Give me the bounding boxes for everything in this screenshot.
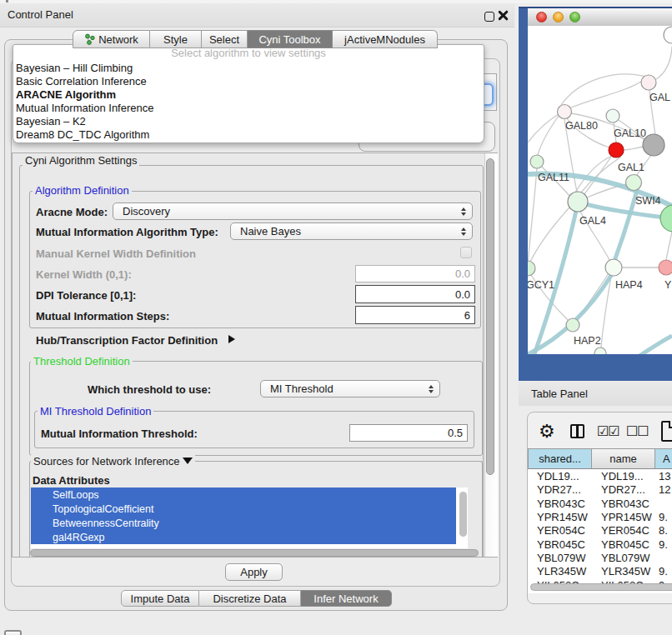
algorithm-option[interactable]: Basic Correlation Inference — [13, 75, 484, 88]
close-traffic-light-icon[interactable] — [536, 12, 547, 22]
table-cell[interactable]: YDR27... — [601, 483, 645, 497]
dpi-field[interactable]: 0.0 — [355, 285, 475, 303]
kernel-width-field[interactable]: 0.0 — [355, 265, 475, 282]
tab-cyni-toolbox[interactable]: Cyni Toolbox — [248, 30, 333, 48]
table-cell[interactable]: YPR145W — [601, 510, 652, 523]
document-icon[interactable] — [661, 421, 672, 442]
attribute-item[interactable]: gal4RGexp — [31, 530, 456, 544]
column-header-1[interactable]: shared... — [528, 448, 592, 469]
algorithm-option[interactable]: Bayesian – K2 — [13, 115, 484, 128]
mini-toolbar-button[interactable] — [4, 630, 22, 635]
network-node-hap4[interactable] — [605, 259, 622, 276]
network-node-red[interactable] — [609, 142, 624, 158]
attributes-horizontal-scrollbar[interactable] — [30, 549, 479, 557]
network-edge[interactable] — [624, 147, 643, 150]
table-horizontal-scrollbar[interactable] — [530, 583, 672, 591]
network-node-gal4[interactable] — [568, 192, 588, 212]
table-cell[interactable]: 9. — [659, 538, 668, 551]
network-edge[interactable] — [666, 232, 672, 260]
network-node-gal10[interactable] — [606, 109, 619, 122]
table-cell[interactable]: YBR045C — [601, 538, 649, 551]
close-icon[interactable] — [498, 10, 509, 21]
mi-threshold-field[interactable]: 0.5 — [349, 424, 468, 442]
table-cell[interactable]: YLR345W — [601, 565, 650, 578]
algorithm-option[interactable]: ARACNE Algorithm — [13, 88, 484, 102]
network-edge[interactable] — [528, 168, 537, 265]
network-view-canvas[interactable]: GALGAL80GAL10GAL1GAL11SWI4GAL4GCY1HAP4YH… — [528, 26, 672, 354]
network-node-gcy1[interactable] — [528, 261, 535, 276]
node-table[interactable]: shared...nameAYDL19...YDL19...13YDR27...… — [528, 448, 672, 593]
network-edge-thick[interactable] — [634, 336, 672, 354]
table-cell[interactable]: YDL19... — [601, 470, 644, 483]
network-node-bottom-cut[interactable] — [594, 348, 606, 354]
table-cell[interactable]: YDL19... — [537, 470, 579, 483]
network-node-swi4[interactable] — [626, 175, 642, 191]
zoom-traffic-light-icon[interactable] — [569, 12, 580, 22]
select-all-checkboxes-icon[interactable]: ☑☑ — [597, 423, 619, 439]
column-header-2[interactable]: name — [592, 448, 655, 469]
data-attributes-list[interactable]: SelfLoopsTopologicalCoefficientBetweenne… — [31, 488, 468, 548]
columns-icon[interactable] — [570, 424, 584, 438]
table-cell[interactable]: YBR045C — [537, 538, 585, 551]
table-cell[interactable]: 9. — [659, 565, 668, 578]
network-node-top-cut[interactable] — [664, 27, 672, 43]
network-window-titlebar[interactable] — [528, 8, 672, 27]
tab-select[interactable]: Select — [202, 30, 248, 48]
manual-kernel-checkbox[interactable] — [460, 247, 472, 258]
attribute-item[interactable]: TopologicalCoefficient — [31, 502, 456, 516]
network-edge[interactable] — [561, 74, 649, 105]
tab-jactivemnodules[interactable]: jActiveMNodules — [333, 30, 438, 48]
apply-button[interactable]: Apply — [225, 563, 283, 581]
table-cell[interactable]: YBR043C — [537, 497, 585, 510]
network-edge[interactable] — [656, 47, 672, 79]
hub-factor-label[interactable]: Hub/Transcription Factor Definition — [36, 334, 218, 347]
attribute-item[interactable]: BetweennessCentrality — [31, 516, 456, 530]
tab-discretize-data[interactable]: Discretize Data — [199, 590, 301, 607]
mi-steps-field[interactable]: 6 — [355, 306, 475, 324]
table-cell[interactable]: 13 — [659, 470, 670, 483]
collapse-arrow-icon[interactable] — [183, 458, 193, 464]
tab-network[interactable]: Network — [73, 30, 150, 48]
algorithm-option[interactable]: Bayesian – Hill Climbing — [13, 62, 484, 75]
float-window-icon[interactable] — [484, 12, 494, 22]
tab-label: Discretize Data — [213, 592, 286, 605]
panel-scrollbar-thumb[interactable] — [486, 158, 494, 475]
table-cell[interactable]: 9. — [659, 510, 668, 523]
kernel-width-value: 0.0 — [455, 268, 470, 280]
table-cell[interactable]: YER054C — [601, 524, 649, 538]
combo-arrows-icon — [461, 223, 466, 239]
mi-type-combo[interactable]: Naive Bayes — [230, 222, 473, 240]
network-node-gal80[interactable] — [558, 105, 572, 119]
expand-arrow-icon[interactable] — [228, 335, 235, 343]
network-node-gal11[interactable] — [530, 155, 544, 168]
network-edge-thick[interactable] — [614, 190, 637, 261]
network-node-pink-y[interactable] — [659, 260, 672, 275]
table-cell[interactable]: YDR27... — [537, 483, 581, 497]
network-node-big-green[interactable] — [660, 205, 672, 232]
gear-icon[interactable]: ⚙ — [539, 421, 555, 442]
table-cell[interactable]: YPR145W — [537, 510, 588, 523]
attributes-vertical-scrollbar[interactable] — [459, 492, 467, 537]
tab-impute-data[interactable]: Impute Data — [121, 590, 199, 607]
table-cell[interactable]: 8. — [659, 524, 668, 538]
attribute-item[interactable]: SelfLoops — [31, 488, 456, 502]
tab-style[interactable]: Style — [150, 30, 202, 48]
minimize-traffic-light-icon[interactable] — [553, 12, 564, 22]
tab-infer-network[interactable]: Infer Network — [301, 590, 392, 607]
network-node-gal-pink[interactable] — [641, 75, 656, 90]
network-node-hap2[interactable] — [566, 318, 579, 332]
table-cell[interactable]: YBL079W — [537, 551, 586, 564]
table-cell[interactable]: YBL079W — [601, 551, 650, 564]
network-node-label: GAL10 — [614, 128, 646, 139]
table-cell[interactable]: YLR345W — [537, 565, 586, 578]
algorithm-option[interactable]: Mutual Information Inference — [13, 102, 484, 115]
column-header-3[interactable]: A — [655, 448, 672, 469]
clear-checkboxes-icon[interactable]: ☐☐ — [626, 423, 649, 439]
algorithm-option[interactable]: Dream8 DC_TDC Algorithm — [13, 128, 484, 142]
network-edge[interactable] — [571, 81, 642, 108]
which-threshold-combo[interactable]: MI Threshold — [260, 380, 440, 398]
table-cell[interactable]: YBR043C — [601, 497, 649, 510]
aracne-mode-combo[interactable]: Discovery — [113, 202, 473, 220]
table-cell[interactable]: 12 — [659, 483, 670, 497]
table-cell[interactable]: YER054C — [537, 524, 585, 538]
